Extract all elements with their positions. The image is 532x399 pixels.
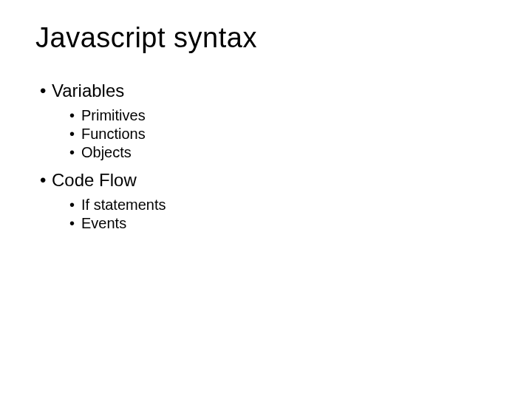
slide-title: Javascript syntax: [35, 22, 502, 54]
outline-item: Code Flow If statements Events: [40, 170, 502, 232]
outline-item-label: Code Flow: [52, 170, 137, 190]
outline-subitem: If statements: [69, 197, 502, 214]
outline-sublist: If statements Events: [52, 197, 502, 232]
outline-list: Variables Primitives Functions Objects C…: [35, 81, 502, 232]
outline-subitem: Events: [69, 215, 502, 232]
outline-subitem: Functions: [69, 126, 502, 143]
outline-subitem: Primitives: [69, 107, 502, 124]
outline-sublist: Primitives Functions Objects: [52, 107, 502, 161]
outline-subitem: Objects: [69, 144, 502, 161]
outline-item-label: Variables: [52, 81, 124, 100]
outline-item: Variables Primitives Functions Objects: [40, 81, 502, 161]
